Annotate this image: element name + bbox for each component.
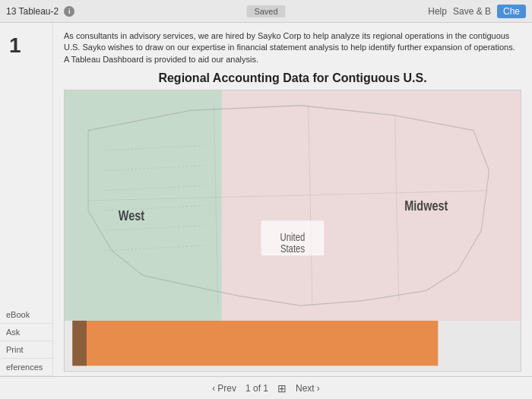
app-title: 13 Tableau-2 i bbox=[6, 6, 74, 17]
title-text: 13 Tableau-2 bbox=[6, 6, 59, 17]
svg-text:States: States bbox=[280, 242, 306, 255]
sidebar-item-references[interactable]: eferences bbox=[0, 359, 52, 376]
next-chevron-icon: › bbox=[317, 383, 320, 394]
sidebar: 1 eBook Ask Print eferences bbox=[0, 23, 53, 376]
svg-text:West: West bbox=[119, 208, 145, 224]
svg-rect-2 bbox=[222, 90, 521, 321]
prev-label: Prev bbox=[217, 383, 236, 394]
main-layout: 1 eBook Ask Print eferences As consultan… bbox=[0, 23, 532, 376]
svg-rect-18 bbox=[72, 321, 438, 366]
svg-rect-19 bbox=[72, 321, 87, 366]
info-icon[interactable]: i bbox=[64, 6, 74, 17]
prev-chevron-icon: ‹ bbox=[212, 383, 215, 394]
sidebar-item-ask[interactable]: Ask bbox=[0, 324, 52, 341]
sidebar-item-print[interactable]: Print bbox=[0, 341, 52, 359]
sidebar-item-ebook[interactable]: eBook bbox=[0, 306, 52, 324]
prev-button[interactable]: ‹ Prev bbox=[212, 383, 236, 394]
map-svg: United States West Midwest bbox=[65, 90, 521, 371]
next-label: Next bbox=[296, 383, 315, 394]
content-area: As consultants in advisory services, we … bbox=[53, 23, 532, 376]
saved-badge: Saved bbox=[246, 5, 285, 17]
svg-text:United: United bbox=[280, 230, 306, 243]
chart-title: Regional Accounting Data for Contiguous … bbox=[64, 71, 521, 85]
save-button[interactable]: Save & B bbox=[453, 6, 491, 17]
next-button[interactable]: Next › bbox=[296, 383, 320, 394]
top-bar: 13 Tableau-2 i Saved Help Save & B Che bbox=[0, 0, 532, 23]
check-button[interactable]: Che bbox=[497, 5, 526, 18]
intro-text: As consultants in advisory services, we … bbox=[64, 30, 521, 65]
grid-icon[interactable]: ⊞ bbox=[277, 382, 287, 394]
top-bar-right: Help Save & B Che bbox=[428, 5, 526, 18]
help-link[interactable]: Help bbox=[428, 6, 447, 17]
page-indicator: 1 of 1 bbox=[245, 383, 268, 394]
map-container: United States West Midwest bbox=[64, 90, 521, 372]
bottom-nav: ‹ Prev 1 of 1 ⊞ Next › bbox=[0, 376, 532, 399]
svg-text:Midwest: Midwest bbox=[404, 198, 448, 214]
page-number: 1 bbox=[0, 30, 52, 61]
